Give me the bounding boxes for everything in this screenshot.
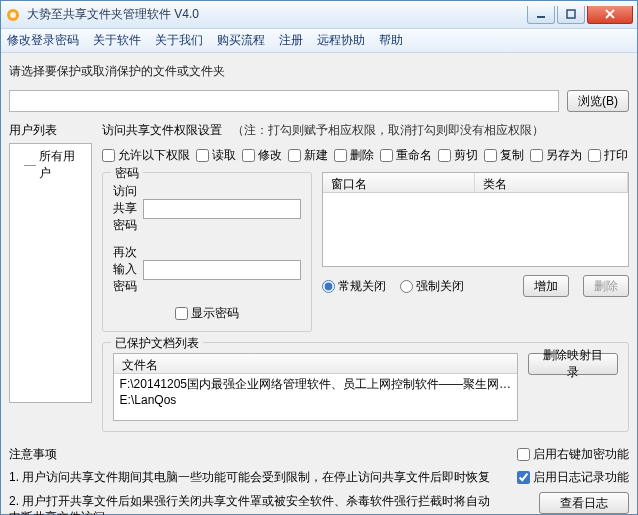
permission-title: 访问共享文件权限设置 (102, 122, 222, 139)
password-legend: 密码 (111, 165, 143, 182)
table-row[interactable]: E:\LanQos (120, 392, 511, 408)
note-2: 2. 用户打开共享文件后如果强行关闭共享文件罩或被安全软件、杀毒软件强行拦截时将… (9, 493, 499, 515)
col-filename: 文件名 (114, 354, 517, 373)
delete-mapping-button[interactable]: 删除映射目录 (528, 353, 618, 375)
browse-button[interactable]: 浏览(B) (567, 90, 629, 112)
protected-file-table[interactable]: 文件名 F:\20141205国内最强企业网络管理软件、员工上网控制软件——聚生… (113, 353, 518, 421)
window-table-header: 窗口名 类名 (323, 173, 628, 193)
maximize-button[interactable] (557, 6, 585, 24)
chk-copy[interactable]: 复制 (484, 147, 524, 164)
col-window-name: 窗口名 (323, 173, 476, 192)
tree-item-all-users[interactable]: — 所有用户 (14, 148, 87, 182)
col-class-name: 类名 (475, 173, 628, 192)
path-label: 请选择要保护或取消保护的文件或文件夹 (9, 63, 225, 80)
window-controls (527, 6, 633, 24)
add-button[interactable]: 增加 (523, 275, 569, 297)
content-area: 请选择要保护或取消保护的文件或文件夹 浏览(B) 用户列表 — 所有用户 访问共… (1, 53, 637, 514)
confirm-password-label: 再次输入密码 (113, 244, 137, 295)
minimize-button[interactable] (527, 6, 555, 24)
app-window: 大势至共享文件夹管理软件 V4.0 修改登录密码 关于软件 关于我们 购买流程 … (0, 0, 638, 515)
permission-checkboxes: 允许以下权限 读取 修改 新建 删除 重命名 剪切 复制 另存为 打印 (102, 147, 629, 164)
tree-item-label: 所有用户 (39, 148, 87, 182)
menu-help[interactable]: 帮助 (379, 32, 403, 49)
chk-show-password[interactable]: 显示密码 (175, 305, 239, 322)
notes-title: 注意事项 (9, 446, 499, 463)
menu-register[interactable]: 注册 (279, 32, 303, 49)
access-password-input[interactable] (143, 199, 301, 219)
chk-allow-below[interactable]: 允许以下权限 (102, 147, 190, 164)
svg-rect-3 (567, 10, 575, 18)
notes-section: 注意事项 1. 用户访问共享文件期间其电脑一些功能可能会受到限制，在停止访问共享… (9, 446, 629, 515)
note-1: 1. 用户访问共享文件期间其电脑一些功能可能会受到限制，在停止访问共享文件后即时… (9, 469, 499, 485)
titlebar: 大势至共享文件夹管理软件 V4.0 (1, 1, 637, 29)
confirm-password-input[interactable] (143, 260, 301, 280)
access-password-label: 访问共享密码 (113, 183, 137, 234)
delete-button[interactable]: 删除 (583, 275, 629, 297)
path-input[interactable] (9, 90, 559, 112)
svg-point-1 (10, 12, 16, 18)
chk-enable-log[interactable]: 启用日志记录功能 (517, 469, 629, 486)
menu-remote-assist[interactable]: 远程协助 (317, 32, 365, 49)
menu-purchase[interactable]: 购买流程 (217, 32, 265, 49)
user-list-label: 用户列表 (9, 122, 92, 139)
chk-print[interactable]: 打印 (588, 147, 628, 164)
menu-about-software[interactable]: 关于软件 (93, 32, 141, 49)
close-button[interactable] (587, 6, 633, 24)
chk-modify[interactable]: 修改 (242, 147, 282, 164)
password-group: 密码 访问共享密码 再次输入密码 显示密码 (102, 172, 312, 332)
permission-header: 访问共享文件权限设置 （注：打勾则赋予相应权限，取消打勾则即没有相应权限） (102, 122, 629, 139)
menu-change-password[interactable]: 修改登录密码 (7, 32, 79, 49)
user-list[interactable]: — 所有用户 (9, 143, 92, 403)
chk-rightclick-encrypt[interactable]: 启用右键加密功能 (517, 446, 629, 463)
app-icon (5, 7, 21, 23)
permission-note: （注：打勾则赋予相应权限，取消打勾则即没有相应权限） (232, 122, 544, 139)
protected-legend: 已保护文档列表 (111, 335, 203, 352)
chk-read[interactable]: 读取 (196, 147, 236, 164)
menubar: 修改登录密码 关于软件 关于我们 购买流程 注册 远程协助 帮助 (1, 29, 637, 53)
chk-cut[interactable]: 剪切 (438, 147, 478, 164)
tree-collapse-icon: — (24, 158, 36, 172)
view-log-button[interactable]: 查看日志 (539, 492, 629, 514)
menu-about-us[interactable]: 关于我们 (155, 32, 203, 49)
chk-rename[interactable]: 重命名 (380, 147, 432, 164)
chk-create[interactable]: 新建 (288, 147, 328, 164)
window-table[interactable]: 窗口名 类名 (322, 172, 629, 267)
radio-force-close[interactable]: 强制关闭 (400, 278, 464, 295)
radio-normal-close[interactable]: 常规关闭 (322, 278, 386, 295)
table-row[interactable]: F:\20141205国内最强企业网络管理软件、员工上网控制软件——聚生网… (120, 376, 511, 392)
chk-saveas[interactable]: 另存为 (530, 147, 582, 164)
window-title: 大势至共享文件夹管理软件 V4.0 (27, 6, 527, 23)
chk-delete[interactable]: 删除 (334, 147, 374, 164)
protected-list-group: 已保护文档列表 文件名 F:\20141205国内最强企业网络管理软件、员工上网… (102, 342, 629, 432)
